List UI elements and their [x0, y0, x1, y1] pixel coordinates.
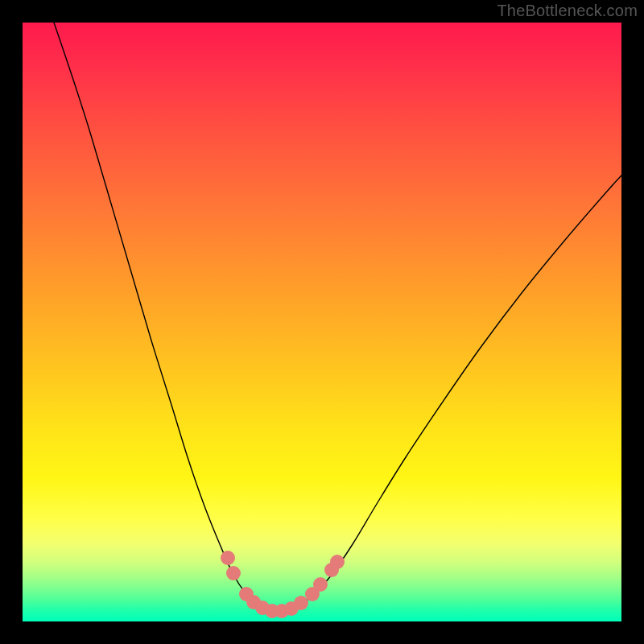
data-marker: [294, 596, 308, 610]
watermark-label: TheBottleneck.com: [497, 2, 638, 20]
data-marker: [330, 555, 345, 569]
data-marker: [226, 566, 241, 580]
chart-frame: TheBottleneck.com: [0, 0, 644, 644]
data-markers: [23, 23, 621, 621]
plot-area: [23, 23, 621, 621]
data-marker: [221, 551, 235, 565]
data-marker: [313, 577, 328, 592]
